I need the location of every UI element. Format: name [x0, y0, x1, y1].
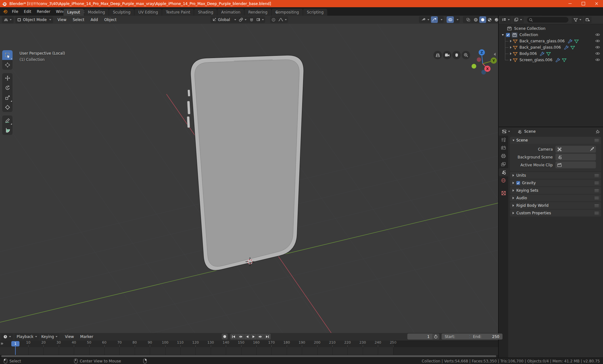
current-frame-field[interactable]: 1: [407, 334, 433, 340]
end-frame-field[interactable]: End: 250: [470, 334, 503, 340]
object-expand-arrow[interactable]: [510, 40, 512, 42]
new-collection-button[interactable]: [584, 17, 592, 23]
outliner-row-collection[interactable]: Collection: [499, 32, 603, 38]
menu-item[interactable]: Edit: [21, 7, 34, 16]
tool-rotate[interactable]: [2, 83, 13, 93]
outliner-object-row[interactable]: Back_panel_glass.006: [499, 44, 603, 51]
tool-measure[interactable]: [2, 125, 13, 135]
shading-wireframe-button[interactable]: [472, 16, 479, 23]
workspace-tab[interactable]: Sculpting: [109, 9, 134, 16]
panel-drag-handle[interactable]: [595, 181, 599, 185]
shading-solid-button[interactable]: [479, 16, 486, 23]
object-expand-arrow[interactable]: [510, 59, 512, 61]
add-workspace-tab-button[interactable]: +: [273, 9, 281, 16]
proportional-edit-toggle[interactable]: [270, 16, 277, 23]
viewport-menu-item[interactable]: Add: [88, 18, 101, 22]
auto-keying-button[interactable]: [222, 334, 228, 340]
transform-orientation-dropdown[interactable]: Global: [210, 16, 238, 23]
outliner-object-row[interactable]: Back_camera_glass.006: [499, 38, 603, 44]
minimize-button[interactable]: [563, 0, 577, 7]
workspace-tab[interactable]: Modeling: [84, 9, 109, 16]
next-keyframe-button[interactable]: [257, 334, 264, 340]
properties-editor-type-button[interactable]: [500, 128, 512, 135]
collection-expand-arrow[interactable]: [502, 34, 504, 36]
tool-scale[interactable]: [2, 93, 13, 102]
hide-object-eye-icon[interactable]: [595, 45, 600, 49]
playhead[interactable]: 1: [11, 341, 19, 346]
3d-viewport[interactable]: User Perspective (Local) (1) Collection: [0, 24, 498, 333]
gizmo-dropdown[interactable]: [438, 16, 444, 23]
tab-render[interactable]: [499, 144, 508, 152]
scene-panel-header[interactable]: Scene: [510, 137, 601, 144]
collapsed-panel-header[interactable]: Gravity: [510, 179, 601, 186]
tool-cursor[interactable]: [2, 60, 13, 70]
toggle-grid-button[interactable]: [433, 51, 442, 59]
viewport-menu-item[interactable]: View: [54, 18, 69, 22]
viewport-menu-item[interactable]: Select: [69, 18, 87, 22]
hide-object-eye-icon[interactable]: [595, 39, 600, 43]
hide-collection-eye-icon[interactable]: [595, 33, 600, 37]
toggle-camera-view-button[interactable]: [443, 51, 451, 59]
hide-object-eye-icon[interactable]: [595, 51, 600, 56]
property-field[interactable]: [555, 161, 596, 169]
collapsed-panel-header[interactable]: Keying Sets: [510, 187, 601, 194]
panel-drag-handle[interactable]: [595, 211, 599, 215]
panel-drag-handle[interactable]: [595, 174, 599, 177]
workspace-tab[interactable]: Shading: [194, 9, 217, 16]
jump-to-start-button[interactable]: [230, 334, 237, 340]
sidebar-collapse-arrow[interactable]: [494, 53, 496, 56]
overlays-dropdown[interactable]: [454, 16, 460, 23]
object-expand-arrow[interactable]: [510, 52, 512, 55]
prev-keyframe-button[interactable]: [237, 334, 244, 340]
keying-menu[interactable]: Keying: [40, 334, 59, 340]
collapsed-panel-header[interactable]: Custom Properties: [510, 210, 601, 217]
play-reverse-button[interactable]: [244, 334, 251, 340]
collapsed-panel-header[interactable]: Rigid Body World: [510, 202, 601, 209]
outliner-filter-button[interactable]: [572, 17, 583, 23]
outliner-object-row[interactable]: Body.006: [499, 51, 603, 57]
pan-view-button[interactable]: [452, 51, 461, 59]
jump-to-end-button[interactable]: [264, 334, 271, 340]
show-gizmo-toggle[interactable]: [431, 16, 438, 23]
tab-tool[interactable]: [499, 136, 508, 144]
timeline-scrollbar[interactable]: [1, 355, 496, 357]
mode-dropdown[interactable]: Object Mode: [15, 17, 53, 23]
panel-drag-handle[interactable]: [595, 189, 599, 192]
blender-app-icon[interactable]: [3, 9, 8, 14]
snap-target-dropdown[interactable]: [255, 16, 265, 23]
eyedropper-icon[interactable]: [590, 147, 594, 151]
outliner-editor-type-button[interactable]: [500, 17, 512, 23]
workspace-tab[interactable]: Animation: [217, 9, 244, 16]
zoom-view-button[interactable]: [462, 51, 470, 59]
tool-transform[interactable]: [2, 102, 13, 112]
play-button[interactable]: [251, 334, 257, 340]
object-visibility-dropdown[interactable]: [419, 16, 431, 23]
workspace-tab[interactable]: Layout: [63, 9, 84, 16]
workspace-tab[interactable]: UV Editing: [134, 9, 162, 16]
workspace-tab[interactable]: Texture Paint: [162, 9, 194, 16]
timeline-editor-type-button[interactable]: [1, 334, 13, 340]
outliner-display-mode-button[interactable]: [512, 17, 524, 23]
tab-texture[interactable]: [499, 189, 508, 197]
falloff-dropdown[interactable]: [277, 16, 288, 23]
use-preview-range-button[interactable]: [432, 334, 439, 340]
pivot-point-dropdown[interactable]: [237, 16, 248, 23]
tool-annotate[interactable]: [2, 115, 13, 125]
timeline-view-menu[interactable]: View: [62, 335, 77, 339]
menu-item[interactable]: File: [9, 7, 21, 16]
viewport-menu-item[interactable]: Object: [101, 18, 120, 22]
gravity-checkbox[interactable]: [516, 181, 520, 185]
workspace-tab[interactable]: Scripting: [303, 9, 327, 16]
xray-toggle[interactable]: [463, 16, 474, 23]
pin-icon[interactable]: [596, 130, 600, 134]
maximize-button[interactable]: [577, 0, 590, 7]
property-field[interactable]: [555, 153, 596, 161]
workspace-tab[interactable]: Rendering: [244, 9, 271, 16]
property-field[interactable]: [555, 146, 596, 153]
panel-drag-handle[interactable]: [595, 204, 599, 207]
tab-view-layer[interactable]: [499, 160, 508, 168]
tab-output[interactable]: [499, 152, 508, 160]
collapsed-panel-header[interactable]: Units: [510, 172, 601, 179]
playback-menu[interactable]: Playback: [15, 334, 39, 340]
panel-drag-handle[interactable]: [595, 196, 599, 200]
